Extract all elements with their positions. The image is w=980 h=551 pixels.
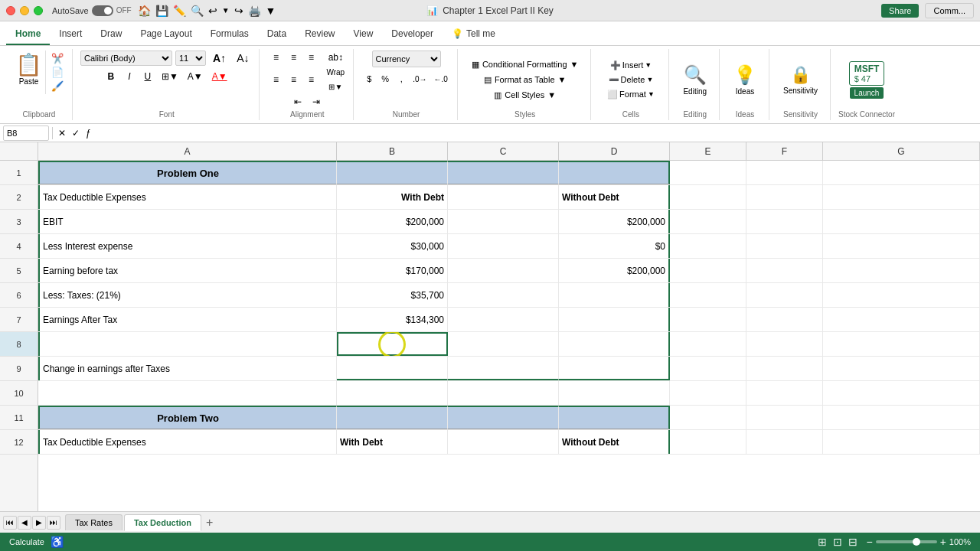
comma-button[interactable]: , — [394, 71, 409, 86]
cell-b11[interactable] — [337, 406, 448, 429]
cell-b8[interactable] — [337, 332, 448, 356]
tab-view[interactable]: View — [345, 24, 383, 45]
cell-a8[interactable] — [38, 332, 337, 356]
align-middle-right[interactable]: ≡ — [302, 73, 319, 86]
undo-dropdown-icon[interactable]: ▼ — [222, 6, 230, 15]
cell-d11[interactable] — [559, 406, 670, 429]
cell-f5[interactable] — [746, 259, 823, 282]
decrease-font-size-button[interactable]: A↓ — [233, 51, 253, 66]
close-button[interactable] — [6, 6, 15, 15]
cell-a1[interactable]: Problem One — [38, 161, 337, 184]
merge-button[interactable]: ⊞▼ — [324, 80, 347, 93]
cell-b4[interactable]: $30,000 — [337, 234, 448, 258]
row-num-10[interactable]: 10 — [0, 381, 38, 406]
row-num-7[interactable]: 7 — [0, 308, 38, 332]
editing-button[interactable]: 🔍 Editing — [677, 61, 713, 99]
tab-insert[interactable]: Insert — [50, 24, 91, 45]
cell-b1[interactable] — [337, 161, 448, 184]
cell-f8[interactable] — [746, 332, 823, 356]
currency-button[interactable]: $ — [361, 71, 377, 86]
cell-e12[interactable] — [670, 430, 746, 454]
paste-button[interactable]: 📋 Paste — [12, 51, 46, 94]
cell-c6[interactable] — [448, 283, 559, 307]
align-top-center[interactable]: ≡ — [285, 51, 302, 64]
cell-c1[interactable] — [448, 161, 559, 184]
cell-b2[interactable]: With Debt — [337, 185, 448, 209]
cell-e7[interactable] — [670, 308, 746, 331]
format-cells-button[interactable]: ⬜ Format ▼ — [603, 88, 659, 101]
text-direction-button[interactable]: ab↕ — [324, 51, 347, 64]
col-header-c[interactable]: C — [448, 142, 559, 160]
cell-d2[interactable]: Without Debt — [559, 185, 670, 209]
cell-f7[interactable] — [746, 308, 823, 331]
cell-b10[interactable] — [337, 381, 448, 405]
cell-g11[interactable] — [823, 406, 980, 429]
confirm-formula-button[interactable]: ✓ — [70, 127, 82, 139]
normal-view-button[interactable]: ⊞ — [815, 535, 829, 549]
page-layout-view-button[interactable]: ⊡ — [831, 535, 844, 549]
bold-button[interactable]: B — [103, 69, 119, 84]
align-top-right[interactable]: ≡ — [302, 51, 319, 64]
cell-a3[interactable]: EBIT — [38, 210, 337, 233]
cell-d4[interactable]: $0 — [559, 234, 670, 258]
zoom-thumb[interactable] — [913, 538, 920, 546]
border-button[interactable]: ⊞▼ — [158, 69, 182, 84]
italic-button[interactable]: I — [121, 69, 138, 84]
cell-a4[interactable]: Less Interest expense — [38, 234, 337, 258]
cell-b7[interactable]: $134,300 — [337, 308, 448, 331]
cell-b12[interactable]: With Debt — [337, 430, 448, 454]
row-num-4[interactable]: 4 — [0, 234, 38, 259]
row-num-2[interactable]: 2 — [0, 185, 38, 210]
formula-input[interactable] — [96, 126, 977, 141]
cell-d12[interactable]: Without Debt — [559, 430, 670, 454]
cell-f3[interactable] — [746, 210, 823, 233]
zoom-in-button[interactable]: + — [940, 536, 946, 548]
ideas-button[interactable]: 💡 Ideas — [727, 61, 763, 99]
row-num-5[interactable]: 5 — [0, 259, 38, 283]
cell-a5[interactable]: Earning before tax — [38, 259, 337, 282]
cell-g3[interactable] — [823, 210, 980, 233]
cell-b9[interactable] — [337, 357, 448, 380]
cell-c7[interactable] — [448, 308, 559, 331]
number-format-select[interactable]: Currency — [372, 51, 441, 67]
cell-e5[interactable] — [670, 259, 746, 282]
cell-f4[interactable] — [746, 234, 823, 258]
underline-button[interactable]: U — [139, 69, 156, 84]
autosave-toggle[interactable] — [92, 5, 113, 16]
edit-icon[interactable]: ✏️ — [173, 5, 186, 17]
print-icon[interactable]: 🖨️ — [248, 5, 261, 17]
cell-b3[interactable]: $200,000 — [337, 210, 448, 233]
insert-cells-button[interactable]: ➕ Insert ▼ — [606, 59, 656, 72]
sheet-nav-right[interactable]: ▶ — [32, 516, 46, 530]
page-break-view-button[interactable]: ⊟ — [846, 535, 860, 549]
cell-e2[interactable] — [670, 185, 746, 209]
align-middle-center[interactable]: ≡ — [285, 73, 302, 86]
tab-home[interactable]: Home — [6, 24, 50, 45]
wrap-text-button[interactable]: Wrap — [324, 65, 347, 79]
font-size-select[interactable]: 11 — [175, 51, 206, 66]
cell-c5[interactable] — [448, 259, 559, 282]
format-as-table-button[interactable]: ▤ Format as Table ▼ — [478, 73, 573, 86]
cell-d10[interactable] — [559, 381, 670, 405]
cell-c11[interactable] — [448, 406, 559, 429]
cell-a9[interactable]: Change in earnings after Taxes — [38, 357, 337, 380]
row-num-8[interactable]: 8 — [0, 332, 38, 357]
align-top-left[interactable]: ≡ — [267, 51, 284, 64]
cell-f6[interactable] — [746, 283, 823, 307]
cell-a6[interactable]: Less: Taxes: (21%) — [38, 283, 337, 307]
cell-b6[interactable]: $35,700 — [337, 283, 448, 307]
sheet-nav-left-left[interactable]: ⏮ — [3, 516, 17, 530]
tab-data[interactable]: Data — [258, 24, 296, 45]
tab-formulas[interactable]: Formulas — [201, 24, 258, 45]
cell-c8[interactable] — [448, 332, 559, 356]
cell-d7[interactable] — [559, 308, 670, 331]
cell-g9[interactable] — [823, 357, 980, 380]
cell-c3[interactable] — [448, 210, 559, 233]
sheet-tab-tax-rates[interactable]: Tax Rates — [65, 514, 122, 530]
comment-button[interactable]: Comm... — [925, 3, 974, 18]
cell-d1[interactable] — [559, 161, 670, 184]
copy-button[interactable]: 📄 — [51, 66, 64, 79]
col-header-g[interactable]: G — [823, 142, 980, 160]
decrease-decimal[interactable]: ←.0 — [431, 71, 451, 86]
cell-d9[interactable] — [559, 357, 670, 380]
